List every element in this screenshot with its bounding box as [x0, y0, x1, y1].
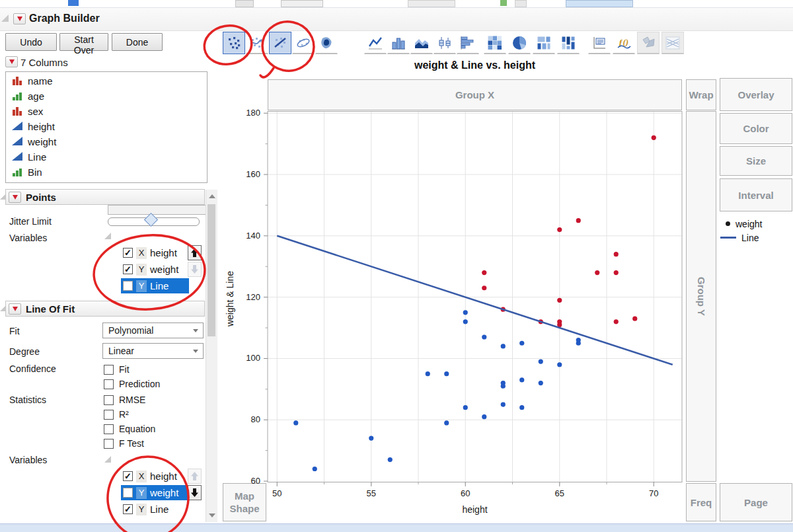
formula-element-button[interactable]: ƒ() — [613, 32, 635, 54]
drop-zone-wrap[interactable]: Wrap — [686, 79, 716, 110]
parallel-element-button[interactable] — [661, 32, 684, 54]
variable-row-weight[interactable]: ✓Yweight — [121, 262, 189, 277]
checkbox-option-prediction[interactable]: Prediction — [104, 377, 160, 391]
points-section-header[interactable]: Points — [5, 189, 205, 205]
fit-label: Fit — [9, 326, 20, 336]
contour-element-button[interactable] — [315, 32, 338, 54]
area-element-button[interactable] — [410, 32, 433, 54]
line-of-fit-element-button[interactable] — [269, 32, 291, 54]
smoother-element-button[interactable] — [246, 32, 268, 54]
statistics-label: Statistics — [9, 395, 46, 405]
column-item-Bin[interactable]: Bin — [6, 165, 207, 180]
drop-zone-group-x[interactable]: Group X — [268, 79, 682, 110]
parent-toolbar-fragment — [0, 0, 793, 8]
option-checkbox[interactable] — [104, 379, 114, 389]
line-of-fit-section-header[interactable]: Line Of Fit — [5, 301, 205, 317]
line-element-button[interactable] — [364, 32, 387, 54]
lof-menu-button[interactable] — [9, 303, 21, 315]
option-label: Fit — [119, 364, 130, 375]
checkbox-option-f-test[interactable]: F Test — [104, 437, 144, 450]
ellipse-icon — [296, 36, 311, 50]
checkbox-option-fit[interactable]: Fit — [104, 363, 130, 376]
column-label: name — [28, 75, 53, 87]
settings-scrollbar[interactable] — [206, 190, 217, 522]
scatter-plot[interactable] — [262, 111, 687, 490]
checkbox-option-r-[interactable]: R² — [104, 408, 129, 421]
drop-zone-size[interactable]: Size — [720, 146, 792, 176]
column-item-age[interactable]: age — [6, 89, 207, 104]
heatmap-element-button[interactable] — [484, 32, 506, 54]
scroll-down-icon[interactable] — [209, 513, 215, 517]
drop-zone-map-shape[interactable]: MapShape — [223, 483, 266, 521]
drop-zone-color[interactable]: Color — [720, 113, 792, 144]
chart-legend: weight Line — [726, 217, 762, 245]
degree-select[interactable]: Linear — [102, 343, 204, 359]
contour-icon — [319, 36, 334, 50]
variable-checkbox[interactable]: ✓ — [123, 471, 133, 481]
option-checkbox[interactable] — [104, 395, 114, 405]
collapse-triangle-icon[interactable] — [1, 15, 9, 22]
drop-zone-group-y[interactable]: Group Y — [686, 111, 716, 482]
variable-checkbox[interactable]: ✓ — [123, 248, 133, 258]
points-variables-collapse-icon[interactable] — [104, 233, 111, 239]
bar-element-button[interactable] — [387, 32, 410, 54]
checkbox-option-rmse[interactable]: RMSE — [104, 393, 145, 406]
checkbox-option-equation[interactable]: Equation — [104, 422, 155, 436]
fit-select[interactable]: Polynomial — [102, 323, 204, 338]
degree-label: Degree — [9, 346, 40, 357]
column-item-name[interactable]: name — [6, 73, 207, 89]
pie-element-button[interactable] — [508, 32, 531, 54]
box-plot-icon — [437, 36, 452, 50]
option-checkbox[interactable] — [104, 365, 114, 375]
red-triangle-menu-button[interactable] — [13, 13, 26, 24]
caption-box-element-button[interactable] — [588, 32, 611, 54]
jitter-dropdown-cutoff[interactable] — [108, 205, 206, 215]
move-up-button[interactable] — [188, 469, 202, 484]
toolbar-fragment-icon — [515, 0, 527, 7]
variable-checkbox[interactable]: ✓ — [123, 264, 133, 274]
move-up-button[interactable] — [188, 245, 202, 260]
x-tick-label: 65 — [550, 488, 570, 498]
map-shape-element-button[interactable] — [637, 32, 660, 54]
red-bars-icon — [12, 106, 22, 118]
columns-menu-button[interactable] — [5, 56, 18, 67]
lof-variables-collapse-icon[interactable] — [104, 456, 111, 463]
variable-row-line[interactable]: YLine — [121, 278, 189, 293]
variable-checkbox[interactable] — [123, 281, 133, 291]
move-down-button[interactable] — [188, 262, 202, 277]
undo-button[interactable]: Undo — [5, 33, 57, 51]
treemap-element-button[interactable] — [533, 32, 555, 54]
move-down-button[interactable] — [188, 485, 202, 500]
column-item-height[interactable]: height — [6, 119, 207, 134]
column-item-weight[interactable]: weight — [6, 134, 207, 149]
drop-zone-page[interactable]: Page — [720, 483, 792, 521]
drop-zone-overlay[interactable]: Overlay — [720, 78, 792, 111]
ellipse-element-button[interactable] — [292, 32, 315, 54]
done-button[interactable]: Done — [112, 33, 163, 51]
scrollbar-thumb[interactable] — [208, 204, 215, 336]
scroll-up-icon[interactable] — [209, 194, 215, 198]
drop-zone-freq[interactable]: Freq — [686, 483, 716, 521]
option-label: R² — [119, 409, 129, 420]
column-item-sex[interactable]: sex — [6, 104, 207, 119]
columns-list[interactable]: nameagesexheightweightLineBin — [5, 71, 208, 183]
points-menu-button[interactable] — [9, 192, 21, 203]
variable-row-weight[interactable]: Yweight — [121, 485, 189, 500]
histogram-element-button[interactable] — [457, 32, 479, 54]
variable-checkbox[interactable] — [123, 488, 133, 498]
box-plot-element-button[interactable] — [434, 32, 456, 54]
mosaic-element-button[interactable] — [557, 32, 580, 54]
points-element-button[interactable] — [223, 32, 245, 54]
variable-row-height[interactable]: ✓Xheight — [121, 245, 189, 260]
option-checkbox[interactable] — [104, 439, 114, 449]
drop-zone-interval[interactable]: Interval — [720, 178, 792, 211]
x-tick-label: 60 — [455, 488, 475, 498]
blue-triangle-icon — [12, 136, 22, 148]
option-checkbox[interactable] — [104, 424, 114, 434]
start-over-button[interactable]: Start Over — [59, 33, 108, 51]
variable-row-height[interactable]: ✓Xheight — [121, 469, 189, 484]
variable-row-line[interactable]: ✓YLine — [121, 502, 189, 517]
variable-checkbox[interactable]: ✓ — [123, 504, 133, 514]
column-item-Line[interactable]: Line — [6, 149, 207, 165]
option-checkbox[interactable] — [104, 410, 114, 420]
